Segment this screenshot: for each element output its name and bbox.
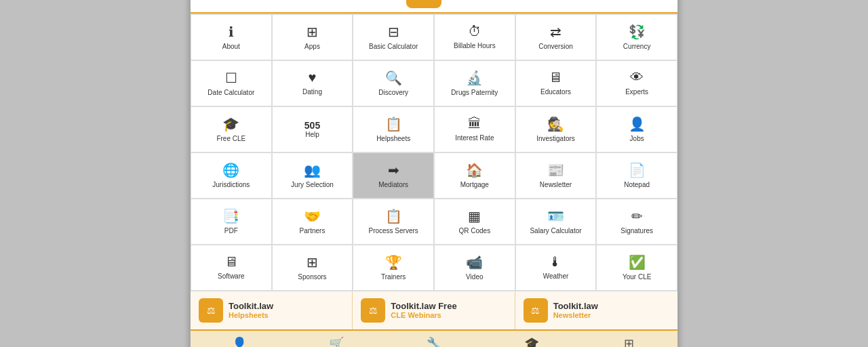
trainers-icon: 🏆 — [385, 254, 402, 270]
salary-calculator-icon: 🪪 — [547, 208, 564, 224]
logo-icon: ⚖ — [406, 0, 441, 8]
mortgage-icon: 🏠 — [466, 162, 483, 178]
grid-item-trainers[interactable]: 🏆 Trainers — [353, 245, 434, 291]
dating-icon: ♥ — [309, 70, 317, 85]
vendors-icon: 🛒 — [329, 336, 344, 348]
grid-item-date-calculator[interactable]: ☐ Date Calculator — [191, 60, 272, 106]
grid-item-educators[interactable]: 🖥 Educators — [515, 60, 597, 106]
grid-item-helpsheets[interactable]: 📋 Helpsheets — [353, 106, 434, 152]
promo-cle-promo[interactable]: ⚖ Toolkit.law Free CLE Webinars — [353, 291, 515, 329]
grid-item-about[interactable]: ℹ About — [191, 14, 272, 60]
grid-item-newsletter[interactable]: 📰 Newsletter — [515, 152, 597, 199]
software-icon: 🖥 — [224, 254, 238, 270]
promo-logo: ⚖ — [524, 298, 548, 323]
grid-item-label: Conversion — [538, 43, 573, 51]
bottom-nav-tools[interactable]: 🔧 Tools — [385, 331, 483, 348]
grid-item-label: Billable Hours — [454, 42, 496, 50]
grid-item-label: Basic Calculator — [369, 43, 418, 51]
grid-item-label: Video — [466, 273, 483, 281]
grid-item-investigators[interactable]: 🕵 Investigators — [515, 106, 597, 152]
grid-item-weather[interactable]: 🌡 Weather — [515, 245, 597, 291]
promo-name: Toolkit.law Free — [391, 301, 456, 311]
grid-item-discovery[interactable]: 🔍 Discovery — [353, 60, 434, 106]
grid-item-jurisdictions[interactable]: 🌐 Jurisdictions — [191, 152, 272, 199]
bottom-nav-users[interactable]: 👤 Users — [191, 331, 288, 348]
grid-item-label: Jury Selection — [291, 181, 334, 189]
grid-item-process-servers[interactable]: 📋 Process Servers — [353, 199, 434, 245]
grid-item-label: About — [222, 43, 240, 51]
grid-item-jury-selection[interactable]: 👥 Jury Selection — [272, 152, 353, 199]
grid-item-software[interactable]: 🖥 Software — [191, 245, 272, 291]
grid-item-label: Sponsors — [298, 273, 326, 281]
grid-item-label: Notepad — [624, 181, 650, 189]
header: ⚖ ⚙ — [191, 0, 677, 14]
promo-text: Toolkit.law Helpsheets — [229, 301, 273, 319]
currency-icon: 💱 — [629, 24, 646, 40]
grid-item-help[interactable]: 505 Help — [272, 106, 353, 152]
about-icon: ℹ — [229, 24, 234, 40]
conversion-icon: ⇄ — [550, 24, 561, 40]
grid-item-label: Drugs Paternity — [451, 89, 498, 97]
grid-item-partners[interactable]: 🤝 Partners — [272, 199, 353, 245]
grid-item-label: Process Servers — [368, 227, 418, 235]
grid-item-label: Jurisdictions — [212, 181, 250, 189]
grid-item-sponsors[interactable]: ⊞ Sponsors — [272, 245, 353, 291]
promo-newsletter-promo[interactable]: ⚖ Toolkit.law Newsletter — [515, 291, 677, 329]
grid-item-interest-rate[interactable]: 🏛 Interest Rate — [434, 106, 515, 152]
promo-helpsheets-promo[interactable]: ⚖ Toolkit.law Helpsheets — [191, 291, 353, 329]
grid-item-basic-calculator[interactable]: ⊟ Basic Calculator — [353, 14, 434, 60]
promo-sub: Helpsheets — [229, 311, 273, 319]
grid-item-video[interactable]: 📹 Video — [434, 245, 515, 291]
bottom-nav-webinars[interactable]: 🎓 Webinars — [483, 331, 580, 348]
grid-item-qr-codes[interactable]: ▦ QR Codes — [434, 199, 515, 245]
notepad-icon: 📄 — [629, 162, 646, 178]
grid-item-pdf[interactable]: 📑 PDF — [191, 199, 272, 245]
date-calculator-icon: ☐ — [225, 70, 237, 86]
grid-item-free-cle[interactable]: 🎓 Free CLE — [191, 106, 272, 152]
grid-item-mortgage[interactable]: 🏠 Mortgage — [434, 152, 515, 199]
users-icon: 👤 — [232, 336, 247, 348]
grid-item-drugs-paternity[interactable]: 🔬 Drugs Paternity — [434, 60, 515, 106]
promo-sub: Newsletter — [553, 311, 598, 319]
main-grid: ℹ About ⊞ Apps ⊟ Basic Calculator ⏱ Bill… — [191, 14, 677, 291]
grid-item-your-cle[interactable]: ✅ Your CLE — [596, 245, 677, 291]
promo-sub: CLE Webinars — [391, 311, 456, 319]
promo-name: Toolkit.law — [229, 301, 273, 311]
app-window: A ⚙ 🔒 ⚖ ⚙ ℹ About ⊞ Apps ⊟ Bas — [190, 0, 678, 347]
sponsors-icon: ⊞ — [307, 254, 318, 270]
your-cle-icon: ✅ — [629, 254, 646, 270]
grid-item-notepad[interactable]: 📄 Notepad — [596, 152, 677, 199]
grid-item-experts[interactable]: 👁 Experts — [596, 60, 677, 106]
grid-item-dating[interactable]: ♥ Dating — [272, 60, 353, 106]
grid-item-label: Signatures — [620, 227, 653, 235]
bottom-nav-vendors[interactable]: 🛒 Vendors — [288, 331, 386, 348]
basic-calculator-icon: ⊟ — [388, 24, 399, 40]
grid-item-apps[interactable]: ⊞ Apps — [272, 14, 353, 60]
grid-item-billable-hours[interactable]: ⏱ Billable Hours — [434, 14, 515, 60]
grid-item-salary-calculator[interactable]: 🪪 Salary Calculator — [515, 199, 597, 245]
free-cle-icon: 🎓 — [222, 116, 239, 132]
jury-selection-icon: 👥 — [304, 162, 321, 178]
signatures-icon: ✏ — [631, 208, 643, 224]
bottom-nav: 👤 Users 🛒 Vendors 🔧 Tools 🎓 Webinars ⊞ N… — [191, 329, 677, 348]
webinars-icon: 🎓 — [524, 336, 539, 348]
grid-item-label: Currency — [623, 43, 651, 51]
bottom-nav-numbers[interactable]: ⊞ Numbers — [580, 331, 677, 348]
mediators-icon: ➡ — [388, 162, 399, 178]
grid-item-conversion[interactable]: ⇄ Conversion — [515, 14, 597, 60]
grid-item-label: Date Calculator — [208, 89, 254, 97]
discovery-icon: 🔍 — [385, 70, 402, 86]
grid-item-jobs[interactable]: 👤 Jobs — [596, 106, 677, 152]
grid-item-mediators[interactable]: ➡ Mediators — [353, 152, 434, 199]
grid-item-signatures[interactable]: ✏ Signatures — [596, 199, 677, 245]
grid-item-label: Help — [305, 131, 319, 139]
help-icon: 505 — [304, 120, 320, 131]
investigators-icon: 🕵 — [547, 116, 564, 132]
grid-item-label: QR Codes — [458, 227, 490, 235]
jurisdictions-icon: 🌐 — [222, 162, 239, 178]
grid-item-label: Discovery — [378, 89, 408, 97]
grid-item-label: Educators — [540, 88, 571, 96]
promo-text: Toolkit.law Free CLE Webinars — [391, 301, 456, 319]
grid-item-currency[interactable]: 💱 Currency — [596, 14, 677, 60]
grid-item-label: Newsletter — [540, 181, 572, 189]
